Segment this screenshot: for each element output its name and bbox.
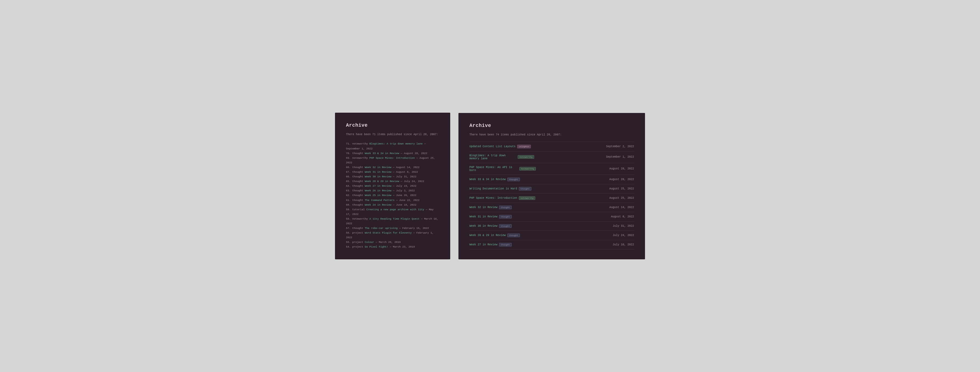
archive-link[interactable]: Week 27 in Review xyxy=(469,243,497,246)
list-item: Week 33 & 34 in Review thought August 28… xyxy=(469,175,634,184)
archive-link[interactable]: Week 30 in Review xyxy=(364,175,391,178)
list-item: Week 28 & 29 in Review thought July 24, … xyxy=(469,231,634,240)
archive-link[interactable]: Week 27 in Review xyxy=(364,185,391,187)
item-left-section: PHP Space Mines: An API is born notewort… xyxy=(469,166,536,172)
separator xyxy=(538,207,605,207)
left-panel-subtitle: There have been 71 items published since… xyxy=(346,133,439,136)
item-date: August 25, 2022 xyxy=(609,196,634,199)
list-item: Week 32 in Review thought August 14, 202… xyxy=(469,203,634,212)
archive-link[interactable]: Week 33 & 34 in Review xyxy=(364,152,399,155)
list-item: 71. noteworthy Blogtimes: A trip down me… xyxy=(346,141,439,151)
right-archive-list: Updated Content List Layouts colophon Se… xyxy=(469,142,634,250)
item-date: August 14, 2022 xyxy=(609,206,634,209)
item-date: September 2, 2022 xyxy=(606,145,634,148)
list-item: 55. project Colour — March 26, 2019 xyxy=(346,240,439,245)
separator xyxy=(536,146,601,147)
list-item: 66. thought Week 30 in Review — July 31,… xyxy=(346,174,439,179)
list-item: 64. thought Week 27 in Review — July 19,… xyxy=(346,184,439,188)
list-item: 65. thought Week 28 & 29 in Review — Jul… xyxy=(346,179,439,184)
tag-badge: thought xyxy=(499,224,512,228)
archive-link[interactable]: Blogtimes: A trip down memory lane xyxy=(369,142,423,145)
list-item: 58. noteworthy A 11ty Reading Time Plugi… xyxy=(346,217,439,226)
archive-link[interactable]: Week 28 & 29 in Review xyxy=(364,180,399,183)
archive-link[interactable]: Week 25 in Review xyxy=(364,194,391,197)
archive-link[interactable]: Word Stats Plugin for Eleventy xyxy=(364,231,412,234)
archive-link[interactable]: Week 28 & 29 in Review xyxy=(469,234,506,237)
archive-link[interactable]: Week 24 in Review xyxy=(364,203,391,206)
right-panel: Archive There have been 74 items publish… xyxy=(458,113,645,259)
separator xyxy=(540,235,608,236)
separator xyxy=(538,198,605,198)
archive-link[interactable]: Week 32 in Review xyxy=(469,206,497,209)
left-archive-list: 71. noteworthy Blogtimes: A trip down me… xyxy=(346,141,439,249)
list-item: Week 30 in Review thought July 31, 2022 xyxy=(469,222,634,231)
tag-badge: thought xyxy=(499,215,512,218)
archive-link[interactable]: Go Pixel Fight! xyxy=(364,245,388,249)
archive-link[interactable]: Week 26 in Review xyxy=(364,189,391,192)
archive-link[interactable]: Week 32 in Review xyxy=(364,166,391,169)
tag-badge: colophon xyxy=(517,145,531,148)
tag-badge: thought xyxy=(507,234,520,237)
item-left-section: Week 28 & 29 in Review thought xyxy=(469,234,538,237)
list-item: 62. thought Week 25 in Review — June 26,… xyxy=(346,193,439,198)
tag-badge: thought xyxy=(519,187,531,190)
item-left-section: Week 27 in Review thought xyxy=(469,243,538,247)
separator xyxy=(540,226,608,226)
list-item: 57. thought The robo-car uprising — Febr… xyxy=(346,226,439,231)
list-item: Week 27 in Review thought July 10, 2022 xyxy=(469,240,634,250)
item-left-section: Week 31 in Review thought xyxy=(469,215,537,218)
archive-link[interactable]: Colour xyxy=(364,241,374,244)
item-left-section: PHP Space Mines: Introduction noteworthy xyxy=(469,196,536,200)
item-left-section: Updated Content List Layouts colophon xyxy=(469,145,534,148)
item-date: July 31, 2022 xyxy=(612,225,634,228)
archive-link[interactable]: Week 30 in Review xyxy=(469,225,497,228)
list-item: 67. thought Week 31 in Review — August 8… xyxy=(346,170,439,174)
separator xyxy=(539,217,606,217)
item-left-section: Week 33 & 34 in Review thought xyxy=(469,177,536,181)
list-item: 69. noteworthy PHP Space Mines: Introduc… xyxy=(346,156,439,165)
archive-link[interactable]: PHP Space Mines: Introduction xyxy=(369,157,415,160)
archive-link[interactable]: PHP Space Mines: An API is born xyxy=(469,166,518,172)
archive-link[interactable]: The robo-car uprising xyxy=(364,227,398,230)
list-item: 56. project Word Stats Plugin for Eleven… xyxy=(346,231,439,240)
right-panel-title: Archive xyxy=(469,123,634,128)
item-date: August 25, 2022 xyxy=(609,187,634,190)
list-item: 68. thought Week 32 in Review — August 1… xyxy=(346,165,439,170)
archive-link[interactable]: A 11ty Reading Time Plugin Quest xyxy=(369,217,420,220)
archive-link[interactable]: Blogtimes: A trip down memory lane xyxy=(469,154,516,160)
list-item: Week 31 in Review thought August 8, 2022 xyxy=(469,212,634,222)
right-panel-subtitle: There have been 74 items published since… xyxy=(469,133,634,136)
separator xyxy=(538,188,605,189)
list-item: 59. tutorial Creating a new page archive… xyxy=(346,207,439,217)
archive-link[interactable]: Updated Content List Layouts xyxy=(469,145,515,148)
archive-link[interactable]: Week 33 & 34 in Review xyxy=(469,178,506,181)
tag-badge: noteworthy xyxy=(519,196,535,200)
archive-link[interactable]: PHP Space Mines: Introduction xyxy=(469,196,517,199)
list-item: 61. thought The Command Pattern — June 2… xyxy=(346,198,439,203)
item-date: July 10, 2022 xyxy=(612,243,634,246)
item-date: July 24, 2022 xyxy=(612,234,634,237)
archive-link[interactable]: The Command Pattern xyxy=(364,199,394,202)
tag-badge: noteworthy xyxy=(519,167,536,171)
left-panel: Archive There have been 71 items publish… xyxy=(335,113,450,259)
item-left-section: Blogtimes: A trip down memory lane notew… xyxy=(469,154,534,160)
item-left-section: Week 30 in Review thought xyxy=(469,224,538,228)
tag-badge: noteworthy xyxy=(518,155,534,159)
left-panel-title: Archive xyxy=(346,122,439,128)
list-item: PHP Space Mines: Introduction noteworthy… xyxy=(469,193,634,203)
item-date: August 28, 2022 xyxy=(609,178,634,181)
item-date: August 29, 2022 xyxy=(609,167,634,170)
archive-link[interactable]: Writing Documentation is Hard xyxy=(469,187,517,190)
item-left-section: Writing Documentation is Hard thought xyxy=(469,187,536,190)
list-item: 63. thought Week 26 in Review — July 3, … xyxy=(346,188,439,193)
list-item: Blogtimes: A trip down memory lane notew… xyxy=(469,151,634,163)
archive-link[interactable]: Creating a new page archive with 11ty xyxy=(366,208,424,211)
list-item: 54. project Go Pixel Fight! — March 23, … xyxy=(346,245,439,249)
archive-link[interactable]: Week 31 in Review xyxy=(469,215,497,218)
archive-link[interactable]: Week 31 in Review xyxy=(364,171,391,174)
item-date: September 1, 2022 xyxy=(606,155,634,158)
list-item: PHP Space Mines: An API is born notewort… xyxy=(469,163,634,175)
list-item: Updated Content List Layouts colophon Se… xyxy=(469,142,634,151)
item-left-section: Week 32 in Review thought xyxy=(469,206,536,209)
item-date: August 8, 2022 xyxy=(611,215,634,218)
